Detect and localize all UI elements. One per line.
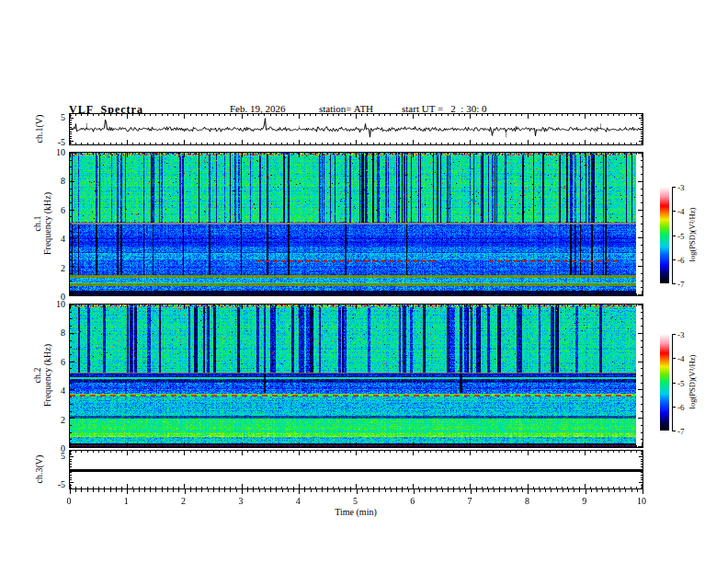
colorbar-tick [672,383,676,384]
ch1-colorbar-label: log(PSD)(V²/Hz) [688,208,697,262]
time-tick-label-5: 5 [342,496,370,506]
colorbar1-tick-label--6: -6 [677,256,685,265]
vlf-spectra-figure: VLF Spectra Feb. 19, 2026 station= ATH s… [0,0,728,563]
ch2-label-line1: ch.2 [32,368,42,384]
colorbar2-tick-label--3: -3 [677,330,685,339]
ch2-spectrogram-canvas [70,304,643,447]
ch1-freq-tick-0: 0 [41,292,65,302]
time-tick-label-0: 0 [55,496,83,506]
time-tick-label-8: 8 [513,496,540,506]
colorbar-tick [672,259,676,260]
ch1-spectrogram-panel [69,152,643,296]
ch1-waveform-panel [69,113,643,145]
ch1-freq-tick-4: 4 [41,234,65,244]
time-tick-label-10: 10 [628,496,655,506]
ch1-freq-tick-6: 6 [41,205,65,215]
colorbar-tick [672,431,676,431]
ch1-label-line1: ch.1 [32,216,42,232]
time-tick-label-9: 9 [571,496,598,506]
colorbar-tick [672,334,676,335]
ch2-freq-tick-6: 6 [41,357,65,367]
colorbar-tick [672,211,676,212]
ch2-colorbar-label: log(PSD)(V²/Hz) [688,355,697,409]
time-tick-label-1: 1 [112,496,140,506]
colorbar-tick [672,236,676,236]
time-tick-label-3: 3 [227,496,255,506]
colorbar1-tick-label--5: -5 [677,232,685,241]
ch2-spectrogram-panel [69,304,643,448]
ch1-spectrogram-canvas [70,153,643,295]
time-tick-label-7: 7 [456,496,483,506]
ch1-frequency-axis-label: ch.1 Frequency (kHz) [32,192,52,255]
ch1-freq-tick-10: 10 [41,147,65,157]
ch3-volt-tick-5: 5 [41,451,65,461]
time-tick-label-4: 4 [284,496,312,506]
colorbar1-tick-label--3: -3 [677,183,685,192]
ch2-colorbar [660,334,669,431]
ch1-freq-tick-2: 2 [41,263,65,273]
ch1-volt-tick-5: 5 [41,112,65,122]
time-axis-title: Time (min) [254,507,458,517]
ch2-freq-tick-4: 4 [41,385,65,396]
ch2-freq-tick-2: 2 [41,415,65,425]
ch1-freq-tick-8: 8 [41,176,65,186]
ch1-colorbar [660,187,669,283]
ch2-frequency-axis-label: ch.2 Frequency (kHz) [32,344,52,407]
colorbar2-tick-label--6: -6 [677,403,685,412]
time-tick-label-2: 2 [170,496,198,506]
ch3-volt-tick--5: -5 [41,479,65,489]
ch2-freq-tick-8: 8 [41,327,65,338]
ch1-label-line2: Frequency (kHz) [42,192,52,255]
colorbar-tick [672,187,676,188]
colorbar-tick [672,283,676,284]
colorbar2-tick-label--4: -4 [677,354,685,363]
colorbar-tick [672,358,676,359]
ch1-waveform-canvas [70,114,643,144]
colorbar2-tick-label--5: -5 [677,379,685,388]
colorbar1-tick-label--4: -4 [677,207,685,216]
ch3-waveform-canvas [70,451,643,488]
time-tick-label-6: 6 [399,496,427,506]
colorbar2-tick-label--7: -7 [677,427,685,436]
colorbar1-tick-label--7: -7 [677,280,685,289]
ch2-label-line2: Frequency (kHz) [42,344,52,407]
colorbar-tick [672,407,676,408]
ch3-waveform-panel [69,450,643,489]
ch1-volt-tick--5: -5 [41,137,65,147]
